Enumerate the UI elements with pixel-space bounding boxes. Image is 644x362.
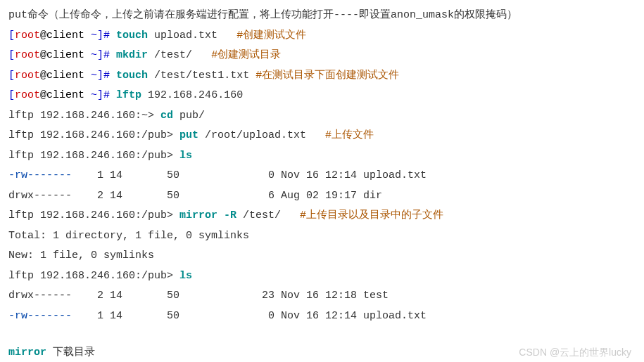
ls-row: -rw------- 1 14 50 0 Nov 16 12:14 upload… — [8, 306, 636, 327]
ls-row: drwx------ 2 14 50 6 Aug 02 19:17 dir — [8, 186, 636, 207]
cmd: mirror — [8, 347, 46, 358]
lftp-line-1: lftp 192.168.246.160:~> cd pub/ — [8, 106, 636, 127]
arg: pub/ — [173, 110, 205, 122]
bracket: [ — [8, 30, 15, 41]
arg: /test/ — [236, 209, 300, 221]
cmd: ls — [179, 150, 192, 162]
user: root — [15, 89, 40, 101]
arg: 192.168.246.160 — [141, 89, 243, 101]
bracket: [ — [8, 49, 15, 61]
perm: -rw------- — [8, 169, 72, 181]
user: root — [15, 70, 40, 82]
tilde: ~ — [84, 49, 97, 61]
bracket-hash: ]# — [97, 49, 116, 61]
footer-note: mirror 下载目录 — [8, 343, 636, 362]
at: @ — [40, 89, 46, 101]
header-text: put命令（上传命令，上传之前请在服务端进行配置，将上传功能打开----即设置a… — [8, 9, 517, 21]
lftp-prompt: lftp 192.168.246.160:/pub> — [8, 270, 179, 282]
comment: #上传目录以及目录中的子文件 — [300, 209, 443, 221]
at: @ — [40, 30, 46, 41]
shell-line-2: [root@client ~]# mkdir /test/ #创建测试目录 — [8, 46, 636, 66]
at: @ — [40, 70, 46, 82]
lftp-line-2: lftp 192.168.246.160:/pub> put /root/upl… — [8, 126, 636, 146]
mirror-output-2: New: 1 file, 0 symlinks — [8, 246, 636, 266]
bracket-hash: ]# — [97, 30, 116, 41]
rest: 2 14 50 6 Aug 02 19:17 dir — [72, 190, 382, 202]
at: @ — [40, 49, 46, 61]
arg: /root/upload.txt — [198, 129, 325, 141]
perm: drwx------ — [8, 290, 72, 302]
comment: #创建测试目录 — [211, 49, 281, 61]
ls-row: -rw------- 1 14 50 0 Nov 16 12:14 upload… — [8, 166, 636, 186]
arg: upload.txt — [148, 30, 236, 41]
shell-line-3: [root@client ~]# touch /test/test1.txt #… — [8, 66, 636, 86]
rest: 2 14 50 23 Nov 16 12:18 test — [72, 290, 389, 302]
flag: -R — [217, 209, 236, 221]
cmd: put — [179, 129, 198, 141]
cmd: ls — [179, 270, 192, 282]
perm: -rw------- — [8, 310, 72, 322]
rest: 1 14 50 0 Nov 16 12:14 upload.txt — [72, 169, 427, 181]
user: root — [15, 30, 40, 41]
tilde: ~ — [84, 89, 97, 101]
shell-line-1: [root@client ~]# touch upload.txt #创建测试文… — [8, 26, 636, 46]
lftp-prompt: lftp 192.168.246.160:~> — [8, 110, 160, 122]
cmd: touch — [116, 70, 148, 82]
text: Total: 1 directory, 1 file, 0 symlinks — [8, 230, 249, 242]
arg: /test/test1.txt — [148, 70, 255, 82]
cmd: cd — [160, 110, 173, 122]
perm: drwx------ — [8, 190, 72, 202]
bracket-hash: ]# — [97, 89, 116, 101]
bracket: [ — [8, 89, 15, 101]
lftp-prompt: lftp 192.168.246.160:/pub> — [8, 150, 179, 162]
cmd: mkdir — [116, 49, 148, 61]
lftp-line-5: lftp 192.168.246.160:/pub> ls — [8, 266, 636, 287]
tilde: ~ — [84, 70, 97, 82]
lftp-line-4: lftp 192.168.246.160:/pub> mirror -R /te… — [8, 206, 636, 226]
arg: /test/ — [148, 49, 211, 61]
lftp-line-3: lftp 192.168.246.160:/pub> ls — [8, 146, 636, 167]
comment: #上传文件 — [325, 129, 374, 141]
host: client — [46, 30, 84, 41]
tilde: ~ — [84, 30, 97, 41]
bracket: [ — [8, 70, 15, 82]
host: client — [46, 49, 84, 61]
user: root — [15, 49, 40, 61]
shell-line-4: [root@client ~]# lftp 192.168.246.160 — [8, 86, 636, 106]
ls-row: drwx------ 2 14 50 23 Nov 16 12:18 test — [8, 286, 636, 306]
rest: 1 14 50 0 Nov 16 12:14 upload.txt — [72, 310, 427, 322]
cmd: lftp — [116, 89, 141, 101]
bracket-hash: ]# — [97, 70, 116, 82]
note: 下载目录 — [46, 347, 95, 358]
cmd: mirror — [179, 209, 217, 221]
text: New: 1 file, 0 symlinks — [8, 250, 154, 261]
lftp-prompt: lftp 192.168.246.160:/pub> — [8, 209, 179, 221]
comment: #在测试目录下面创建测试文件 — [255, 70, 399, 82]
header-note: put命令（上传命令，上传之前请在服务端进行配置，将上传功能打开----即设置a… — [8, 6, 636, 26]
mirror-output-1: Total: 1 directory, 1 file, 0 symlinks — [8, 226, 636, 247]
host: client — [46, 89, 84, 101]
comment: #创建测试文件 — [236, 30, 306, 41]
cmd: touch — [116, 30, 148, 41]
lftp-prompt: lftp 192.168.246.160:/pub> — [8, 129, 179, 141]
host: client — [46, 70, 84, 82]
